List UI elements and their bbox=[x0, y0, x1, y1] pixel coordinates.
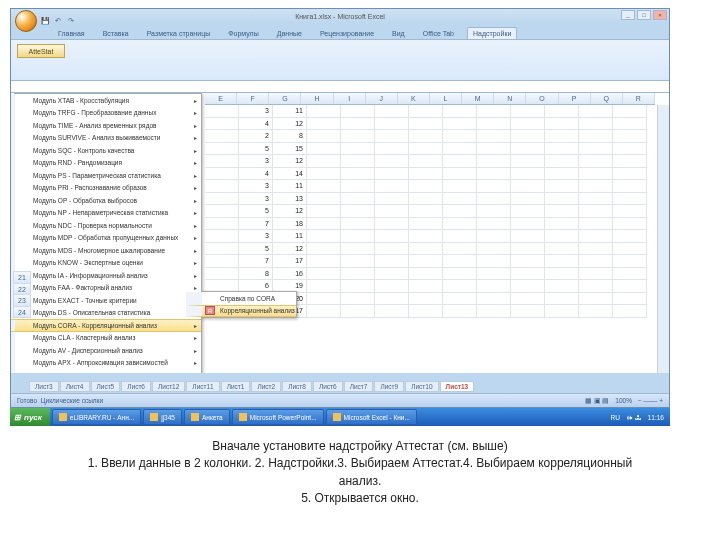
sheet-tab[interactable]: Лист10 bbox=[405, 381, 438, 392]
zoom-level[interactable]: 100% bbox=[615, 397, 632, 404]
col-header[interactable]: E bbox=[205, 93, 237, 104]
col-header[interactable]: Q bbox=[591, 93, 623, 104]
col-header[interactable]: I bbox=[334, 93, 366, 104]
menu-item[interactable]: Модуль SURVIVE - Анализ выживаемости▸ bbox=[11, 132, 201, 145]
sheet-tab[interactable]: Лист5 bbox=[91, 381, 121, 392]
menu-item[interactable]: Модуль SQC - Контроль качества▸ bbox=[11, 144, 201, 157]
language-indicator[interactable]: RU bbox=[611, 414, 620, 421]
task-item[interactable]: eLIBRARY.RU - Анн... bbox=[52, 409, 141, 425]
menu-item[interactable]: Модуль KNOW - Экспертные оценки▸ bbox=[11, 257, 201, 270]
col-header[interactable]: L bbox=[430, 93, 462, 104]
menu-item[interactable]: Модуль DS - Описательная статистика▸ bbox=[11, 307, 201, 320]
col-header[interactable]: H bbox=[301, 93, 333, 104]
sheet-tab[interactable]: Лист6 bbox=[313, 381, 343, 392]
window-title: Книга1.xlsx - Microsoft Excel bbox=[295, 13, 385, 20]
chevron-right-icon: ▸ bbox=[194, 172, 197, 179]
tab-data[interactable]: Данные bbox=[272, 28, 307, 39]
tab-formulas[interactable]: Формулы bbox=[223, 28, 263, 39]
close-button[interactable]: × bbox=[653, 10, 667, 20]
menu-item[interactable]: Модуль TRFG - Преобразование данных▸ bbox=[11, 107, 201, 120]
menu-item[interactable]: Модуль AV - Дисперсионный анализ▸ bbox=[11, 344, 201, 357]
start-button[interactable]: ⊞пуск bbox=[10, 408, 50, 426]
col-header[interactable]: R bbox=[623, 93, 655, 104]
col-header[interactable]: G bbox=[269, 93, 301, 104]
data-col-a: 34253433573578697 bbox=[239, 105, 273, 318]
view-buttons-icon[interactable]: ▦ ▣ ▤ bbox=[585, 397, 610, 405]
tab-officetab[interactable]: Office Tab bbox=[418, 28, 459, 39]
sheet-tab[interactable]: Лист7 bbox=[344, 381, 374, 392]
vertical-scrollbar[interactable] bbox=[657, 105, 669, 373]
attestat-menu: Модуль XTAB - Кросстабуляция▸ Модуль TRF… bbox=[14, 93, 202, 373]
submenu-help[interactable]: Справка по CORA bbox=[186, 292, 296, 305]
sheet-tab[interactable]: Лист6 bbox=[121, 381, 151, 392]
sheet-tab[interactable]: Лист2 bbox=[251, 381, 281, 392]
chevron-right-icon: ▸ bbox=[194, 359, 197, 366]
zoom-slider[interactable]: − ─── + bbox=[638, 397, 663, 404]
task-item[interactable]: jj345 bbox=[143, 409, 182, 425]
office-orb[interactable] bbox=[15, 10, 37, 32]
qat-undo-icon[interactable]: ↶ bbox=[53, 16, 63, 26]
task-item[interactable]: Анкета bbox=[184, 409, 230, 425]
col-header[interactable]: O bbox=[526, 93, 558, 104]
sheet-tab-active[interactable]: Лист13 bbox=[440, 381, 475, 392]
tab-review[interactable]: Рецензирование bbox=[315, 28, 379, 39]
sheet-tab[interactable]: Лист8 bbox=[282, 381, 312, 392]
sheet-tab[interactable]: Лист12 bbox=[152, 381, 185, 392]
menu-item[interactable]: Модуль FAA - Факторный анализ▸ bbox=[11, 282, 201, 295]
system-tray[interactable]: RU 🕪 🖧 11:16 bbox=[605, 414, 670, 421]
sheet-tab[interactable]: Лист3 bbox=[29, 381, 59, 392]
menu-item[interactable]: Модуль IA - Информационный анализ▸ bbox=[11, 269, 201, 282]
worksheet-grid[interactable]: E F G H I J K L M N O P Q R 342534335735… bbox=[11, 93, 669, 373]
slide-caption: Вначале установите надстройку Аттестат (… bbox=[10, 438, 710, 508]
menu-item[interactable]: Модуль OP - Обработка выбросов▸ bbox=[11, 194, 201, 207]
menu-item[interactable]: Модуль MDP - Обработка пропущенных данны… bbox=[11, 232, 201, 245]
menu-item[interactable]: Модуль MDS - Многомерное шкалирование▸ bbox=[11, 244, 201, 257]
qat-redo-icon[interactable]: ↷ bbox=[66, 16, 76, 26]
menu-item[interactable]: Модуль RND - Рандомизация▸ bbox=[11, 157, 201, 170]
chevron-right-icon: ▸ bbox=[194, 147, 197, 154]
col-header[interactable]: F bbox=[237, 93, 269, 104]
menu-item[interactable]: Модуль XTAB - Кросстабуляция▸ bbox=[11, 94, 201, 107]
status-bar: Готово Циклические ссылки ▦ ▣ ▤ 100% − ─… bbox=[11, 393, 669, 407]
ribbon-body: AtteStat bbox=[11, 39, 669, 81]
attestat-button[interactable]: AtteStat bbox=[17, 44, 65, 58]
windows-logo-icon: ⊞ bbox=[14, 413, 21, 422]
menu-item-cora[interactable]: Модуль CORA - Корреляционный анализ▸ bbox=[11, 319, 201, 332]
maximize-button[interactable]: □ bbox=[637, 10, 651, 20]
menu-item[interactable]: Модуль CLA - Кластерный анализ▸ bbox=[11, 332, 201, 345]
col-header[interactable]: J bbox=[366, 93, 398, 104]
menu-item[interactable]: Модуль NP - Непараметрическая статистика… bbox=[11, 207, 201, 220]
submenu-correlation[interactable]: RКорреляционный анализ bbox=[186, 305, 296, 318]
sheet-tab[interactable]: Лист9 bbox=[374, 381, 404, 392]
tab-layout[interactable]: Разметка страницы bbox=[142, 28, 216, 39]
task-item[interactable]: Microsoft PowerPoint... bbox=[232, 409, 324, 425]
menu-item[interactable]: Модуль PRI - Распознавание образов▸ bbox=[11, 182, 201, 195]
menu-item[interactable]: Модуль APX - Аппроксимация зависимостей▸ bbox=[11, 357, 201, 370]
sheet-tab[interactable]: Лист11 bbox=[186, 381, 219, 392]
menu-item[interactable]: Модуль NDC - Проверка нормальности▸ bbox=[11, 219, 201, 232]
sheet-tab[interactable]: Лист4 bbox=[60, 381, 90, 392]
col-header[interactable]: N bbox=[494, 93, 526, 104]
tab-view[interactable]: Вид bbox=[387, 28, 410, 39]
excel-window: 💾 ↶ ↷ Книга1.xlsx - Microsoft Excel _ □ … bbox=[10, 8, 670, 408]
col-header[interactable]: K bbox=[398, 93, 430, 104]
tab-addins[interactable]: Надстройки bbox=[467, 27, 517, 39]
tab-insert[interactable]: Вставка bbox=[98, 28, 134, 39]
col-header[interactable]: P bbox=[559, 93, 591, 104]
chevron-right-icon: ▸ bbox=[194, 234, 197, 241]
chevron-right-icon: ▸ bbox=[194, 284, 197, 291]
chevron-right-icon: ▸ bbox=[194, 222, 197, 229]
row-header[interactable]: 24 bbox=[13, 306, 31, 319]
tray-icons-icon[interactable]: 🕪 🖧 bbox=[626, 414, 642, 421]
formula-bar[interactable] bbox=[11, 81, 669, 93]
menu-item[interactable]: Модуль EXACT - Точные критерии▸ bbox=[11, 294, 201, 307]
menu-item-about[interactable]: О программе bbox=[11, 369, 201, 373]
minimize-button[interactable]: _ bbox=[621, 10, 635, 20]
menu-item[interactable]: Модуль PS - Параметрическая статистика▸ bbox=[11, 169, 201, 182]
sheet-tab[interactable]: Лист1 bbox=[221, 381, 251, 392]
menu-item[interactable]: Модуль TIME - Анализ временных рядов▸ bbox=[11, 119, 201, 132]
qat-save-icon[interactable]: 💾 bbox=[40, 16, 50, 26]
col-header[interactable]: M bbox=[462, 93, 494, 104]
chevron-right-icon: ▸ bbox=[194, 159, 197, 166]
task-item[interactable]: Microsoft Excel - Кни... bbox=[326, 409, 417, 425]
